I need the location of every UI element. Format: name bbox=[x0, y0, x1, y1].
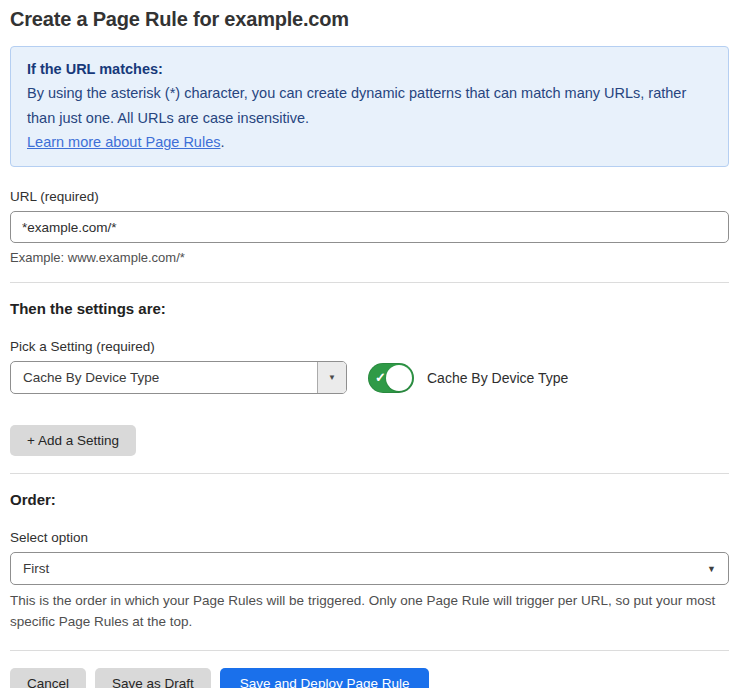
divider bbox=[10, 282, 729, 283]
order-select-value: First bbox=[23, 561, 707, 576]
check-icon: ✓ bbox=[375, 371, 386, 384]
order-helper-text: This is the order in which your Page Rul… bbox=[10, 591, 729, 633]
footer-button-row: Cancel Save as Draft Save and Deploy Pag… bbox=[10, 668, 729, 688]
info-box-link-line: Learn more about Page Rules. bbox=[27, 130, 712, 154]
toggle-label: Cache By Device Type bbox=[427, 370, 568, 386]
divider bbox=[10, 650, 729, 651]
link-period: . bbox=[220, 134, 224, 150]
save-as-draft-button[interactable]: Save as Draft bbox=[95, 668, 211, 688]
setting-select-arrow-button[interactable]: ▼ bbox=[317, 362, 346, 393]
toggle-knob bbox=[386, 365, 412, 391]
setting-select[interactable]: Cache By Device Type ▼ bbox=[10, 361, 347, 394]
order-select-label: Select option bbox=[10, 530, 729, 545]
order-section-heading: Order: bbox=[10, 491, 729, 508]
add-setting-button[interactable]: + Add a Setting bbox=[10, 425, 136, 456]
setting-row: Cache By Device Type ▼ ✓ Cache By Device… bbox=[10, 361, 729, 394]
url-match-info-box: If the URL matches: By using the asteris… bbox=[10, 46, 729, 167]
setting-select-value: Cache By Device Type bbox=[11, 362, 317, 393]
learn-more-link[interactable]: Learn more about Page Rules bbox=[27, 134, 220, 150]
url-input[interactable] bbox=[10, 211, 729, 243]
settings-section-heading: Then the settings are: bbox=[10, 300, 729, 317]
setting-picker-label: Pick a Setting (required) bbox=[10, 339, 729, 354]
page-title: Create a Page Rule for example.com bbox=[10, 8, 729, 31]
info-box-heading: If the URL matches: bbox=[27, 57, 712, 81]
chevron-down-icon: ▼ bbox=[328, 373, 336, 382]
create-page-rule-form: Create a Page Rule for example.com If th… bbox=[0, 0, 750, 688]
cancel-button[interactable]: Cancel bbox=[10, 668, 86, 688]
url-field-label: URL (required) bbox=[10, 189, 729, 204]
divider bbox=[10, 473, 729, 474]
info-box-body: By using the asterisk (*) character, you… bbox=[27, 81, 712, 130]
save-and-deploy-button[interactable]: Save and Deploy Page Rule bbox=[220, 668, 430, 688]
chevron-down-icon: ▼ bbox=[707, 564, 716, 574]
order-select[interactable]: First ▼ bbox=[10, 552, 729, 585]
cache-by-device-type-toggle[interactable]: ✓ bbox=[368, 363, 414, 393]
url-example-helper: Example: www.example.com/* bbox=[10, 250, 729, 265]
